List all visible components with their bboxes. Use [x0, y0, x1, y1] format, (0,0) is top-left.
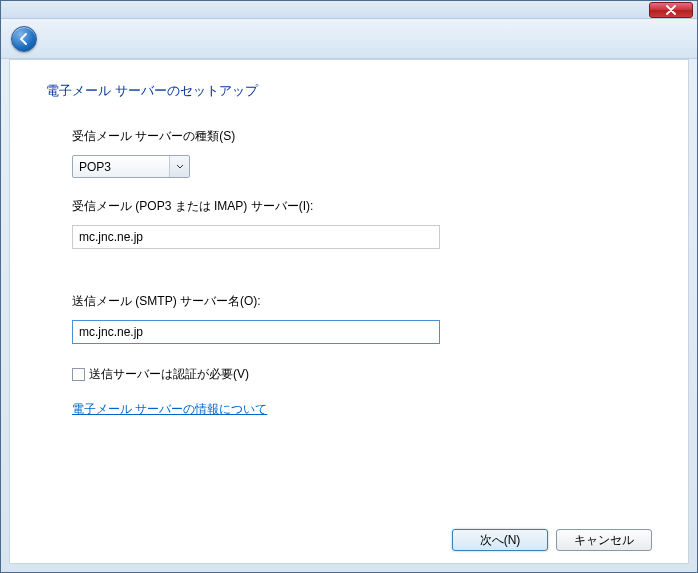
back-button[interactable]: [11, 26, 37, 52]
outgoing-server-input[interactable]: [72, 320, 440, 344]
outgoing-server-group: 送信メール (SMTP) サーバー名(O):: [72, 293, 652, 344]
cancel-button[interactable]: キャンセル: [556, 529, 652, 551]
server-type-dropdown[interactable]: POP3: [72, 155, 190, 178]
next-button[interactable]: 次へ(N): [452, 529, 548, 551]
wizard-window: 電子メール サーバーのセットアップ 受信メール サーバーの種類(S) POP3 …: [0, 0, 698, 573]
titlebar: [1, 1, 697, 19]
header-strip: [1, 19, 697, 59]
incoming-server-group: 受信メール (POP3 または IMAP) サーバー(I):: [72, 198, 652, 249]
auth-checkbox-row[interactable]: 送信サーバーは認証が必要(V): [72, 366, 652, 383]
form-area: 受信メール サーバーの種類(S) POP3 受信メール (POP3 または IM…: [46, 128, 652, 517]
server-info-link[interactable]: 電子メール サーバーの情報について: [72, 402, 267, 416]
server-type-label: 受信メール サーバーの種類(S): [72, 128, 652, 145]
page-title: 電子メール サーバーのセットアップ: [46, 82, 652, 100]
footer-buttons: 次へ(N) キャンセル: [46, 517, 652, 551]
back-arrow-icon: [17, 32, 31, 46]
close-button[interactable]: [649, 2, 693, 18]
incoming-server-input[interactable]: [72, 225, 440, 249]
outgoing-server-label: 送信メール (SMTP) サーバー名(O):: [72, 293, 652, 310]
server-type-group: 受信メール サーバーの種類(S) POP3: [72, 128, 652, 178]
close-icon: [665, 5, 677, 15]
server-type-select-wrap: POP3: [72, 155, 190, 178]
auth-checkbox[interactable]: [72, 368, 85, 381]
incoming-server-label: 受信メール (POP3 または IMAP) サーバー(I):: [72, 198, 652, 215]
auth-checkbox-label: 送信サーバーは認証が必要(V): [89, 366, 249, 383]
content-pane: 電子メール サーバーのセットアップ 受信メール サーバーの種類(S) POP3 …: [9, 59, 689, 564]
